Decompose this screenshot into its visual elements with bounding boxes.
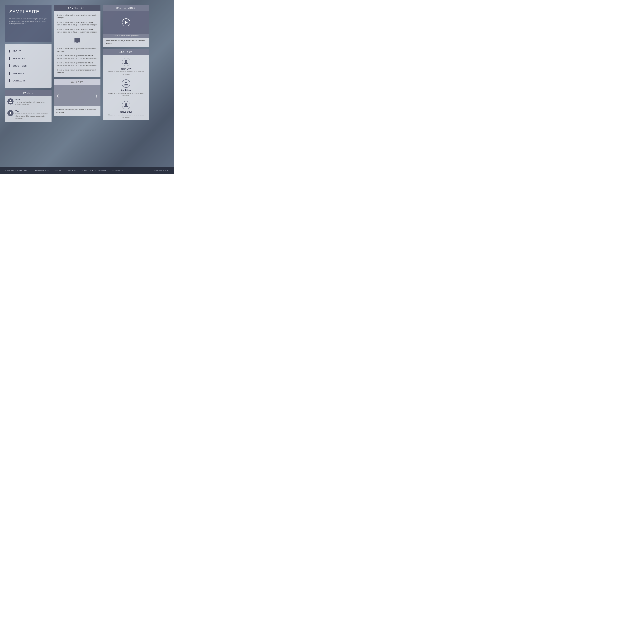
video-header: SAMPLE VIDEO	[103, 5, 149, 11]
para-4: Ut enim ad minim veniam, quis nostrud ex…	[57, 47, 98, 53]
person-name-paul: Paul Dow	[121, 89, 131, 92]
nav-support[interactable]: SUPPORT	[5, 70, 52, 77]
footer-nav-services[interactable]: SERVICES	[64, 170, 79, 171]
tweet-avatar-1	[7, 98, 14, 104]
para-6: Ut enim ad minim veniam, quis nostrud ex…	[57, 62, 98, 67]
person-avatar-steve	[122, 101, 130, 109]
play-button[interactable]	[122, 18, 130, 26]
tweet-1: Dude Ut enim ad minim veniam, quis nostr…	[5, 96, 52, 108]
tweet-text-2: Toni Ut enim ad minim veniam, quis nostr…	[15, 110, 49, 119]
sample-text-card: SAMPLE TEXT Ut enim ad minim veniam, qui…	[54, 5, 100, 77]
footer: WWW.SAMPLESITE.COM | @SAMPLESITE ABOUT |…	[0, 167, 174, 174]
footer-left: WWW.SAMPLESITE.COM | @SAMPLESITE	[5, 169, 49, 171]
about-us-card: ABOUT US John Dow Ut enim ad minim venia…	[103, 49, 149, 120]
person-steve: Steve Dow Ut enim ad minim veniam, quis …	[103, 98, 149, 120]
gallery-next-button[interactable]: ❯	[95, 94, 98, 98]
svg-rect-4	[126, 62, 127, 62]
footer-nav-contacts[interactable]: CONTACTS	[110, 170, 125, 171]
tweets-header: TWEETS	[5, 90, 52, 96]
person-bio-john: Ut enim ad minim veniam, quis nostrud ex…	[105, 71, 147, 75]
person-bio-steve: Ut enim ad minim veniam, quis nostrud ex…	[105, 114, 147, 118]
footer-copyright: Copyright © 2013	[154, 170, 169, 171]
video-card: SAMPLE VIDEO Ut enim ad minim veniam, qu…	[103, 5, 149, 47]
para-5: Ut enim ad minim veniam, quis nostrud ex…	[57, 55, 98, 60]
site-title: SAMPLESITE	[9, 9, 47, 14]
para-7: Ut enim ad minim veniam, quis nostrud ex…	[57, 69, 98, 74]
svg-point-1	[10, 112, 11, 113]
user-icon-2	[9, 111, 12, 115]
person-paul: Paul Dow Ut enim ad minim veniam, quis n…	[103, 77, 149, 98]
video-description: Ut enim ad minim veniam, quis nostrud ex…	[103, 38, 149, 47]
about-us-header: ABOUT US	[103, 49, 149, 55]
person-bio-paul: Ut enim ad minim veniam, quis nostrud ex…	[105, 92, 147, 97]
footer-divider-1: |	[31, 169, 32, 171]
video-player[interactable]	[103, 11, 149, 34]
person-john: John Dow Ut enim ad minim veniam, quis n…	[103, 55, 149, 77]
tweet-name-1: Dude	[15, 98, 49, 101]
sample-text-body: Ut enim ad minim veniam, quis nostrud ex…	[54, 11, 100, 77]
video-caption: Ut enim ad minim veniam, quis nostrud	[103, 34, 149, 38]
nav-contacts[interactable]: CONTACTS	[5, 77, 52, 84]
tweets-card: TWEETS Dude Ut enim ad minim veniam, qui…	[5, 90, 52, 122]
tweet-text-1: Dude Ut enim ad minim veniam, quis nostr…	[15, 98, 49, 105]
tweet-body-2: Ut enim ad minim veniam, quis nostrud ex…	[15, 113, 49, 119]
gallery-card: GALLERY ❮ ❯ Ut enim ad minim veniam, qui…	[54, 79, 100, 116]
person-icon-steve	[124, 103, 128, 108]
book-icon	[74, 37, 81, 44]
gallery-header: GALLERY	[54, 79, 100, 85]
nav-card: ABOUT SERVICES SOLUTIONS SUPPORT CONTACT…	[5, 44, 52, 88]
svg-rect-6	[126, 83, 127, 84]
svg-point-0	[10, 100, 11, 101]
footer-nav-solutions[interactable]: SOLUTIONS	[79, 170, 95, 171]
tweet-avatar-2	[7, 110, 14, 116]
footer-twitter: @SAMPLESITE	[35, 169, 49, 171]
gallery-caption: Ut enim ad minim veniam, quis nostrud ex…	[54, 106, 100, 116]
footer-nav-support[interactable]: SUPPORT	[96, 170, 110, 171]
para-3: Ut enim ad minim veniam, quis nostrud ex…	[57, 28, 98, 33]
person-icon-john	[124, 60, 128, 64]
tweet-body-1: Ut enim ad minim veniam, quis nostrud ex…	[15, 101, 49, 105]
person-icon-paul	[124, 81, 128, 86]
person-name-steve: Steve Dow	[120, 111, 132, 113]
book-icon-container	[57, 35, 98, 46]
samplesite-card: SAMPLESITE " Donec ut placerat nulla. Pr…	[5, 5, 52, 42]
footer-right: Copyright © 2013	[129, 170, 169, 171]
person-avatar-paul	[122, 79, 130, 88]
person-name-john: John Dow	[121, 67, 132, 70]
nav-about[interactable]: ABOUT	[5, 47, 52, 55]
site-quote: " Donec ut placerat nulla. Praesent sagi…	[9, 18, 47, 25]
para-2: Ut enim ad minim veniam, quis nostrud ex…	[57, 21, 98, 26]
person-avatar-john	[122, 58, 130, 66]
para-1: Ut enim ad minim veniam, quis nostrud ex…	[57, 14, 98, 19]
gallery-viewer: ❮ ❯	[54, 85, 100, 106]
footer-url: WWW.SAMPLESITE.COM	[5, 169, 27, 171]
user-icon-1	[9, 100, 12, 103]
sample-text-header: SAMPLE TEXT	[54, 5, 100, 11]
footer-nav-about[interactable]: ABOUT	[52, 170, 63, 171]
gallery-prev-button[interactable]: ❮	[56, 94, 59, 98]
tweet-2: Toni Ut enim ad minim veniam, quis nostr…	[5, 108, 52, 122]
svg-rect-8	[126, 105, 127, 105]
nav-services[interactable]: SERVICES	[5, 55, 52, 62]
nav-solutions[interactable]: SOLUTIONS	[5, 62, 52, 70]
footer-nav: ABOUT | SERVICES | SOLUTIONS | SUPPORT |…	[49, 169, 129, 171]
tweet-name-2: Toni	[15, 110, 49, 112]
